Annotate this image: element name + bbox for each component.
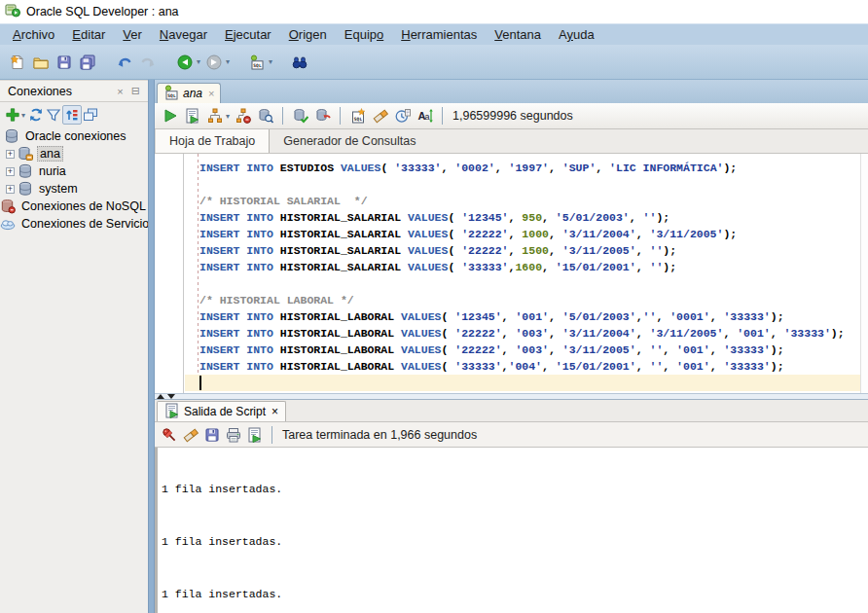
menu-item-equipo[interactable]: Equipo: [336, 25, 392, 44]
collapse-all-button[interactable]: [82, 105, 99, 125]
filter-button[interactable]: [45, 105, 62, 125]
autotrace-icon: [235, 108, 251, 124]
autotrace-button[interactable]: [232, 105, 254, 127]
menu-item-origen[interactable]: Origen: [280, 25, 336, 44]
code-token: ,: [636, 244, 650, 257]
run-script-icon: [164, 403, 180, 421]
code-token: ,: [710, 343, 724, 356]
clear-button[interactable]: [180, 424, 201, 446]
output-toolbar: Tarea terminada en 1,966 segundos: [155, 422, 868, 448]
code-token: ,: [636, 228, 650, 240]
history-button[interactable]: [391, 105, 414, 127]
new-document-button[interactable]: [6, 51, 29, 74]
code-token: HISTORIAL_LABORAL: [280, 310, 394, 323]
open-folder-button[interactable]: [29, 51, 53, 74]
run-script-button[interactable]: [181, 105, 203, 127]
sql-tuning-button[interactable]: [254, 105, 276, 127]
tree-item-conexiones-de-servicio-esq[interactable]: Conexiones de Servicio Esq: [0, 215, 148, 233]
expand-icon[interactable]: +: [6, 167, 15, 176]
database-connected-icon: [18, 146, 33, 162]
sql-editor[interactable]: INSERT INTO ESTUDIOS VALUES( '33333', '0…: [155, 154, 868, 393]
tree-item-nuria[interactable]: +nuria: [0, 162, 148, 180]
worksheet-tab-bar: Hoja de TrabajoGenerador de Consultas: [155, 129, 868, 154]
clear-button[interactable]: [369, 105, 391, 127]
add-connection-button[interactable]: [4, 105, 21, 125]
chevron-down-icon[interactable]: ▾: [226, 57, 230, 66]
menu-item-ventana[interactable]: Ventana: [486, 25, 550, 44]
menu-item-navegar[interactable]: Navegar: [151, 25, 216, 44]
panel-minimize-icon[interactable]: ⊟: [127, 85, 144, 97]
tab-generador-de-consultas[interactable]: Generador de Consultas: [270, 129, 429, 153]
case-toggle-button[interactable]: Aa: [414, 105, 436, 127]
vertical-splitter[interactable]: [148, 80, 155, 613]
code-token: '33333': [454, 360, 501, 373]
code-token: 1600: [515, 261, 542, 273]
expand-icon[interactable]: +: [6, 185, 15, 194]
code-token: [273, 261, 280, 273]
redo-button[interactable]: [136, 51, 160, 74]
forward-button[interactable]: [202, 51, 226, 74]
splitter-up-icon[interactable]: [157, 394, 164, 399]
sql-worksheet-button[interactable]: SQL: [245, 51, 269, 74]
code-token: '3/11/2004': [562, 228, 636, 240]
chevron-down-icon[interactable]: ▾: [21, 111, 25, 120]
chevron-down-icon[interactable]: ▾: [269, 57, 272, 66]
undo-button[interactable]: [113, 51, 136, 74]
back-button[interactable]: [173, 51, 197, 74]
explain-plan-button[interactable]: [203, 105, 226, 127]
tree-item-ana[interactable]: +ana: [0, 145, 148, 162]
editor-scrollbar[interactable]: [860, 154, 868, 393]
code-token: '': [643, 310, 657, 323]
code-token: 1500: [522, 244, 549, 257]
menu-item-herramientas[interactable]: Herramientas: [392, 25, 486, 44]
menu-item-archivo[interactable]: Archivo: [4, 25, 63, 44]
code-token: VALUES: [408, 228, 448, 240]
tree-item-oracle-conexiones[interactable]: Oracle conexiones: [0, 127, 148, 145]
menu-item-ver[interactable]: Ver: [114, 25, 151, 44]
save-button[interactable]: [201, 424, 223, 446]
tab-close-icon[interactable]: ×: [271, 405, 278, 418]
refresh-button[interactable]: [27, 105, 45, 125]
commit-icon: [293, 108, 308, 124]
tree-item-system[interactable]: +system: [0, 180, 148, 198]
code-token: ,: [723, 327, 737, 340]
rollback-button[interactable]: [311, 105, 334, 127]
chevron-down-icon[interactable]: ▾: [197, 57, 200, 66]
code-token: ,: [663, 343, 676, 356]
run-statement-button[interactable]: [159, 105, 181, 127]
code-token: [401, 211, 408, 224]
run-script-button[interactable]: [244, 424, 266, 446]
code-line: INSERT INTO HISTORIAL_LABORAL VALUES( '3…: [185, 358, 860, 375]
tab-ana[interactable]: SQL ana ×: [157, 83, 221, 103]
code-token: 'SUP': [562, 162, 597, 174]
expand-icon[interactable]: +: [6, 150, 15, 159]
splitter-down-icon[interactable]: [167, 394, 175, 399]
save-all-button[interactable]: [76, 51, 99, 74]
connections-panel-title: Conexiones: [8, 85, 113, 98]
database-icon: [4, 128, 19, 144]
code-token: INSERT INTO: [199, 343, 273, 356]
tab-script-output[interactable]: Salida de Script ×: [157, 401, 286, 421]
print-icon: [226, 427, 241, 443]
code-token: ,: [636, 327, 650, 340]
code-token: ,: [509, 228, 523, 240]
search-button[interactable]: [288, 51, 311, 74]
tree-item-conexiones-de-nosql-de-o[interactable]: Conexiones de NoSQL de O: [0, 198, 148, 215]
menu-item-ejecutar[interactable]: Ejecutar: [216, 25, 280, 44]
unshared-worksheet-button[interactable]: SQL: [346, 105, 369, 127]
menu-item-editar[interactable]: Editar: [63, 25, 114, 44]
sort-button[interactable]: [62, 105, 82, 125]
tab-hoja-de-trabajo[interactable]: Hoja de Trabajo: [155, 129, 270, 153]
print-button[interactable]: [223, 424, 244, 446]
save-button[interactable]: [53, 51, 76, 74]
commit-button[interactable]: [289, 105, 311, 127]
code-token: );: [663, 244, 676, 257]
pin-button[interactable]: [159, 424, 180, 446]
tab-close-icon[interactable]: ×: [208, 88, 214, 99]
panel-close-icon[interactable]: ×: [113, 86, 127, 97]
main-toolbar: ▾▾SQL▾: [0, 45, 868, 80]
worksheet-area: SQL ana × ▾SQLAa1,96599996 segundos Hoja…: [155, 80, 868, 613]
horizontal-splitter[interactable]: [155, 393, 868, 400]
chevron-down-icon[interactable]: ▾: [226, 112, 230, 121]
menu-item-ayuda[interactable]: Ayuda: [550, 25, 603, 44]
